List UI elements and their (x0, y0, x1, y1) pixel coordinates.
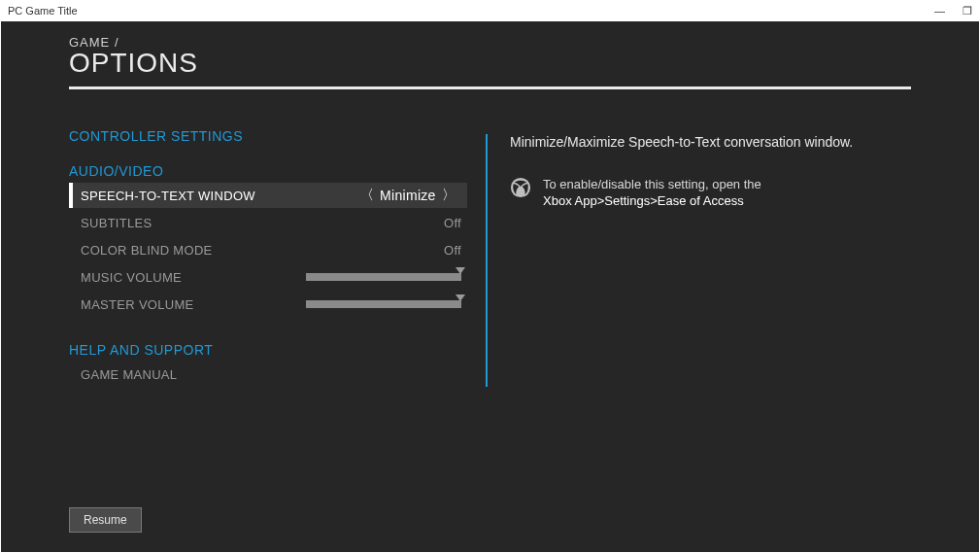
detail-panel: Minimize/Maximize Speech-to-Text convers… (506, 128, 853, 387)
option-value-selector: 〈 Minimize 〉 (355, 187, 461, 204)
option-speech-to-text-window[interactable]: SPEECH-TO-TEXT WINDOW 〈 Minimize 〉 (69, 183, 467, 208)
restore-window-icon[interactable]: ❐ (963, 5, 972, 17)
column-divider (467, 128, 506, 387)
helper-path: Xbox App>Settings>Ease of Access (543, 193, 744, 208)
chevron-left-icon[interactable]: 〈 (355, 187, 380, 204)
window-controls: — ❐ (934, 5, 972, 17)
option-master-volume[interactable]: MASTER VOLUME (69, 292, 467, 317)
option-label: SPEECH-TO-TEXT WINDOW (81, 189, 355, 203)
minimize-window-icon[interactable]: — (934, 5, 945, 17)
option-subtitles[interactable]: SUBTITLES Off (69, 210, 467, 235)
setting-description: Minimize/Maximize Speech-to-Text convers… (510, 134, 853, 150)
settings-menu: CONTROLLER SETTINGS AUDIO/VIDEO SPEECH-T… (69, 128, 467, 387)
page-header: GAME / OPTIONS (1, 21, 979, 79)
option-label: SUBTITLES (81, 216, 444, 230)
resume-button[interactable]: Resume (69, 507, 142, 533)
option-game-manual[interactable]: GAME MANUAL (69, 362, 467, 387)
option-color-blind-mode[interactable]: COLOR BLIND MODE Off (69, 237, 467, 262)
page-title: OPTIONS (69, 48, 911, 79)
option-label: MASTER VOLUME (81, 297, 306, 312)
option-music-volume[interactable]: MUSIC VOLUME (69, 264, 467, 290)
option-value: Off (444, 243, 461, 258)
master-volume-slider[interactable] (306, 300, 461, 308)
vertical-divider (486, 134, 488, 387)
content-area: CONTROLLER SETTINGS AUDIO/VIDEO SPEECH-T… (1, 128, 979, 387)
slider-handle-icon[interactable] (456, 294, 465, 301)
game-viewport: GAME / OPTIONS CONTROLLER SETTINGS AUDIO… (1, 21, 979, 552)
option-value: Minimize (380, 188, 436, 203)
music-volume-slider[interactable] (306, 273, 461, 281)
option-label: GAME MANUAL (81, 367, 467, 382)
xbox-icon (510, 177, 531, 210)
chevron-right-icon[interactable]: 〉 (436, 187, 461, 204)
helper-note: To enable/disable this setting, open the… (510, 177, 853, 210)
slider-handle-icon[interactable] (456, 267, 465, 274)
window-title: PC Game Title (8, 5, 78, 17)
option-label: COLOR BLIND MODE (81, 243, 444, 258)
section-controller-settings[interactable]: CONTROLLER SETTINGS (69, 128, 467, 144)
option-value: Off (444, 216, 461, 230)
helper-text: To enable/disable this setting, open the… (543, 177, 761, 210)
section-audio-video[interactable]: AUDIO/VIDEO (69, 163, 467, 179)
helper-line: To enable/disable this setting, open the (543, 177, 761, 191)
window-titlebar: PC Game Title — ❐ (0, 0, 980, 21)
section-help-support[interactable]: HELP AND SUPPORT (69, 342, 467, 358)
option-label: MUSIC VOLUME (81, 270, 306, 285)
header-divider (69, 86, 911, 89)
